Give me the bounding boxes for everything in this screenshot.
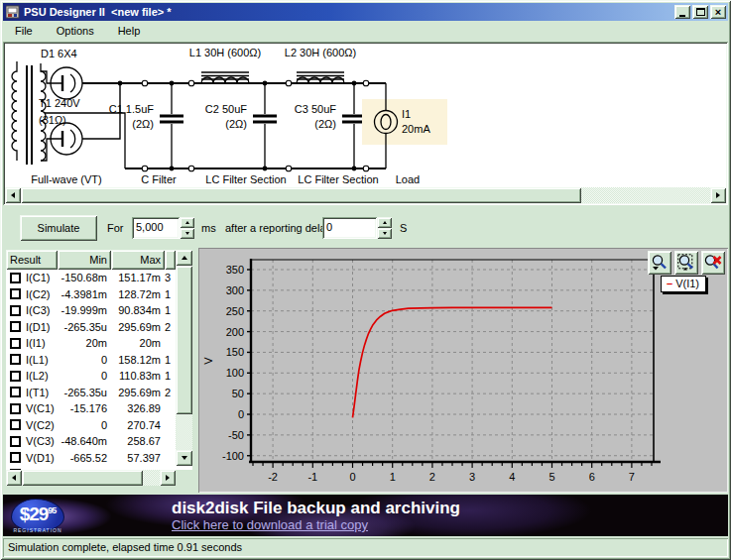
zoom-reset-button[interactable]: [701, 251, 725, 275]
scroll-thumb[interactable]: [176, 266, 192, 414]
results-hscrollbar[interactable]: [6, 470, 176, 486]
scroll-track[interactable]: [176, 414, 192, 450]
inductor-l2[interactable]: [297, 72, 344, 83]
result-min: -48.640m: [58, 435, 111, 447]
y-tick-label: 50: [232, 388, 244, 399]
result-max: 326.89: [111, 402, 165, 414]
maximize-button[interactable]: [692, 5, 708, 19]
table-row[interactable]: I(D1)-265.35u295.69m2: [6, 319, 192, 336]
label-l1: L1 30H (600Ω): [189, 47, 261, 58]
app-icon: [6, 5, 21, 20]
schematic-hscrollbar[interactable]: [5, 187, 726, 203]
result-name: V(C2): [26, 419, 58, 431]
result-name: I(C2): [26, 288, 58, 300]
transformer-t1[interactable]: [12, 61, 46, 165]
close-button[interactable]: ×: [710, 5, 726, 19]
simulate-button[interactable]: Simulate: [20, 215, 97, 241]
scroll-left-button[interactable]: [5, 187, 21, 203]
y-tick-label: 0: [238, 408, 244, 420]
result-min: -265.35u: [58, 387, 111, 398]
inductor-l1[interactable]: [201, 72, 249, 83]
scroll-track[interactable]: [581, 187, 710, 203]
result-checkbox[interactable]: [10, 403, 21, 414]
result-checkbox[interactable]: [10, 354, 21, 365]
ad-headline[interactable]: disk2disk File backup and archiving: [172, 499, 460, 518]
arrow-right-icon: [166, 475, 170, 481]
result-max: 158.12m: [111, 354, 165, 366]
column-header-extra[interactable]: [165, 250, 176, 270]
ad-download-link[interactable]: Click here to download a trial copy: [172, 517, 368, 532]
table-row[interactable]: V(C3)-48.640m258.67: [6, 433, 192, 450]
circuit-diagram: D1 6X4 T1 240V (31Ω) L1 30H (600Ω) L2 30…: [5, 44, 726, 187]
result-checkbox[interactable]: [10, 305, 21, 316]
capacitor-c1[interactable]: [160, 83, 183, 168]
table-row[interactable]: I(L2)0110.83m1: [6, 368, 192, 385]
result-checkbox[interactable]: [10, 452, 21, 463]
table-row[interactable]: V(C2)0270.74: [6, 417, 192, 434]
zoom-in-button[interactable]: [648, 251, 671, 275]
table-row[interactable]: I(C1)-150.68m151.17m3: [6, 270, 192, 286]
duration-unit-label: ms: [201, 222, 216, 234]
table-row[interactable]: I(C3)-19.999m90.834m1: [6, 302, 192, 319]
x-tick-label: 4: [509, 471, 515, 483]
table-row[interactable]: I(C2)-4.3981m128.72m1: [6, 286, 192, 303]
duration-spin-down-button[interactable]: [180, 228, 194, 239]
menu-file[interactable]: File: [7, 23, 41, 39]
x-tick-label: -1: [307, 471, 317, 483]
delay-spinner: [377, 217, 392, 239]
scroll-left-button[interactable]: [6, 470, 22, 486]
scroll-right-button[interactable]: [160, 470, 176, 486]
duration-spin-up-button[interactable]: [180, 217, 194, 228]
result-max: 295.69m: [111, 387, 165, 398]
rectifier-d1[interactable]: [51, 67, 82, 155]
delay-spin-down-button[interactable]: [377, 228, 392, 239]
result-min: -150.68m: [58, 272, 111, 283]
result-checkbox[interactable]: [10, 321, 21, 332]
column-header-min[interactable]: Min: [58, 250, 111, 270]
ad-banner[interactable]: $2995 REGISTRATION disk2disk File backup…: [3, 495, 728, 536]
capacitor-c2[interactable]: [253, 83, 277, 168]
result-checkbox[interactable]: [10, 371, 21, 382]
label-i1-value: 20mA: [402, 123, 430, 135]
table-row[interactable]: V(D1)-665.5257.397: [6, 450, 192, 467]
result-checkbox[interactable]: [10, 387, 21, 397]
scroll-thumb[interactable]: [22, 470, 143, 486]
result-checkbox[interactable]: [10, 338, 21, 349]
for-label: For: [107, 222, 124, 234]
results-vscrollbar[interactable]: [176, 250, 192, 466]
arrow-down-icon: [185, 232, 189, 235]
scroll-down-button[interactable]: [176, 450, 192, 466]
scroll-thumb[interactable]: [21, 187, 581, 203]
column-header-max[interactable]: Max: [111, 250, 165, 270]
result-extra: 3: [165, 272, 176, 283]
table-row[interactable]: I(T1)-265.35u295.69m2: [6, 385, 192, 401]
result-min: 0: [58, 354, 111, 366]
zoom-window-button[interactable]: [674, 251, 698, 275]
duration-input[interactable]: 5,000: [132, 217, 180, 239]
result-name: I(C3): [26, 304, 58, 316]
minimize-icon: [679, 15, 685, 17]
table-row[interactable]: I(I1)20m20m: [6, 335, 192, 352]
delay-spin-up-button[interactable]: [377, 217, 392, 228]
minimize-button[interactable]: [674, 5, 690, 19]
section-label-cfilter: C Filter: [141, 173, 177, 185]
label-c2-esr: (2Ω): [225, 118, 247, 130]
y-tick-label: -50: [228, 429, 244, 441]
table-row[interactable]: V(C1)-15.176326.89: [6, 400, 192, 417]
duration-spinner: [180, 217, 194, 239]
result-extra: 1: [165, 354, 176, 366]
table-row[interactable]: I(L1)0158.12m1: [6, 352, 192, 369]
result-checkbox[interactable]: [10, 273, 21, 283]
y-tick-label: 100: [226, 367, 244, 379]
menu-options[interactable]: Options: [49, 23, 102, 39]
scroll-right-button[interactable]: [710, 187, 726, 203]
ad-price-cents: 95: [48, 505, 56, 515]
result-checkbox[interactable]: [10, 288, 21, 299]
result-checkbox[interactable]: [10, 436, 21, 447]
menu-help[interactable]: Help: [110, 23, 149, 39]
delay-input[interactable]: 0: [322, 217, 377, 239]
scroll-up-button[interactable]: [176, 250, 192, 266]
column-header-result[interactable]: Result: [6, 250, 58, 270]
scroll-track[interactable]: [143, 470, 160, 486]
result-checkbox[interactable]: [10, 419, 21, 430]
